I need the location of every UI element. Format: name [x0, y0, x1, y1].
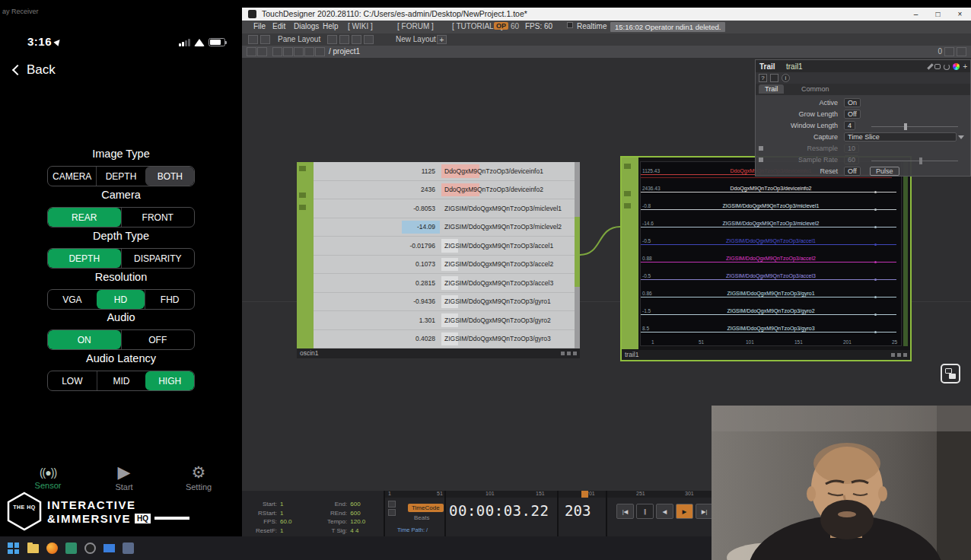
taskbar-app-icon[interactable]	[123, 542, 134, 554]
pause-button[interactable]: ∥	[636, 504, 654, 519]
table-row[interactable]: -0.9436 ZIGSIM/DdoQgxM9QnTzoOp3/gyro1	[314, 293, 580, 312]
option-rear[interactable]: REAR	[48, 208, 121, 227]
grow-length-toggle[interactable]: Off	[844, 110, 861, 119]
beats-mode-button[interactable]: Beats	[414, 514, 429, 521]
link-wiki[interactable]: [ WIKI ]	[348, 22, 373, 30]
node-name[interactable]: trail1	[625, 351, 638, 358]
pane-preset-button[interactable]	[339, 35, 349, 44]
pulse-button[interactable]: Pulse	[870, 167, 899, 176]
active-toggle[interactable]: On	[844, 98, 861, 107]
play-button[interactable]: ▶	[676, 504, 693, 519]
toolbar-icon-button[interactable]	[248, 35, 258, 44]
realtime-checkbox[interactable]	[567, 22, 573, 28]
option-off[interactable]: OFF	[121, 330, 195, 349]
toolbar-icon-button[interactable]	[272, 47, 282, 56]
chevron-down-icon[interactable]	[958, 135, 964, 139]
table-scrollbar[interactable]	[575, 162, 580, 348]
option-hd[interactable]: HD	[97, 290, 145, 309]
node-footer-icons[interactable]	[891, 353, 907, 357]
add-layout-button[interactable]: +	[437, 35, 447, 44]
option-fhd[interactable]: FHD	[145, 290, 194, 309]
pane-split-button[interactable]	[944, 47, 954, 56]
table-row[interactable]: 0.1073 ZIGSIM/DdoQgxM9QnTzoOp3/accel2	[314, 256, 580, 275]
obs-icon[interactable]	[84, 542, 96, 554]
table-row[interactable]: 2436 DdoQgxM9QnTzoOp3/deviceinfo2	[314, 181, 580, 200]
sensor-button[interactable]: ((●)) Sensor	[21, 466, 75, 490]
reset-toggle[interactable]: Off	[844, 167, 861, 176]
back-nav-button[interactable]	[247, 47, 256, 56]
oscin1-node[interactable]: 1125 DdoQgxM9QnTzoOp3/deviceinfo1 2436 D…	[297, 162, 580, 358]
table-row[interactable]: 0.4028 ZIGSIM/DdoQgxM9QnTzoOp3/gyro3	[314, 330, 580, 349]
link-forum[interactable]: [ FORUM ]	[397, 22, 434, 30]
option-low[interactable]: LOW	[48, 371, 97, 390]
slider-track[interactable]	[871, 126, 958, 127]
start-button[interactable]: ▶ Start	[97, 464, 151, 492]
play-reverse-button[interactable]: ◀	[656, 504, 673, 519]
toolbar-icon-button[interactable]	[315, 47, 325, 56]
ruler-zoom-buttons[interactable]	[388, 501, 396, 516]
scrollbar-thumb[interactable]	[575, 217, 580, 287]
realtime-label[interactable]: Realtime	[577, 22, 606, 30]
edit-icon[interactable]	[927, 63, 933, 69]
table-row[interactable]: -0.01796 ZIGSIM/DdoQgxM9QnTzoOp3/accel1	[314, 237, 580, 256]
firefox-icon[interactable]	[46, 542, 58, 554]
table-row[interactable]: -0.8053 ZIGSIM/DdoQgxM9QnTzoOp3/miclevel…	[314, 199, 580, 218]
slider-handle[interactable]	[904, 123, 907, 130]
display-app-icon[interactable]	[103, 544, 115, 552]
menu-edit[interactable]: Edit	[272, 22, 285, 30]
option-high[interactable]: HIGH	[145, 371, 194, 390]
trail1-node[interactable]: 1125.43 DdoQgxM9QnTzoOp3/deviceinfo1 243…	[620, 156, 912, 361]
timecode-mode-button[interactable]: TimeCode	[408, 504, 444, 512]
table-row[interactable]: -14.09 ZIGSIM/DdoQgxM9QnTzoOp3/miclevel2	[314, 218, 580, 237]
touchdesigner-taskbar-icon[interactable]	[65, 542, 77, 554]
toolbar-icon-button[interactable]	[294, 47, 304, 56]
node-connector-strip[interactable]	[297, 162, 314, 348]
op-badge[interactable]: OP	[494, 22, 508, 30]
option-mid[interactable]: MID	[97, 371, 146, 390]
field-value[interactable]: 600	[350, 501, 360, 508]
field-value[interactable]: 600	[350, 510, 360, 517]
node-footer-icons[interactable]	[561, 352, 577, 355]
table-row[interactable]: 1.301 ZIGSIM/DdoQgxM9QnTzoOp3/gyro2	[314, 311, 580, 330]
option-depth[interactable]: DEPTH	[96, 167, 145, 186]
tab-common[interactable]: Common	[795, 84, 836, 94]
minimize-button[interactable]: –	[905, 8, 927, 21]
field-value[interactable]: 1	[280, 501, 283, 508]
plus-icon[interactable]: +	[963, 63, 967, 70]
menu-file[interactable]: File	[253, 22, 266, 30]
node-name[interactable]: oscin1	[300, 349, 319, 357]
step-forward-button[interactable]: ▶|	[696, 504, 713, 519]
table-row[interactable]: 1125 DdoQgxM9QnTzoOp3/deviceinfo1	[314, 162, 580, 181]
option-disparity[interactable]: DISPARITY	[121, 249, 195, 268]
option-depth[interactable]: DEPTH	[48, 249, 121, 268]
info-icon[interactable]: i	[782, 74, 790, 82]
option-front[interactable]: FRONT	[121, 208, 195, 227]
option-camera[interactable]: CAMERA	[48, 167, 96, 186]
network-path-breadcrumb[interactable]: / project1	[329, 47, 360, 56]
option-on[interactable]: ON	[48, 330, 121, 349]
start-menu-icon[interactable]	[8, 542, 19, 554]
comment-icon[interactable]	[934, 64, 941, 69]
node-connector-strip[interactable]	[622, 158, 638, 349]
field-value[interactable]: 4 4	[350, 527, 358, 534]
menu-dialogs[interactable]: Dialogs	[294, 22, 319, 30]
setting-button[interactable]: ⚙ Setting	[172, 464, 225, 492]
pane-preset-button[interactable]	[327, 35, 337, 44]
tab-trail[interactable]: Trail	[759, 84, 784, 94]
pane-preset-button[interactable]	[352, 35, 361, 44]
field-value[interactable]: 60.0	[280, 518, 292, 525]
toolbar-icon-button[interactable]	[304, 47, 314, 56]
pane-preset-button[interactable]	[364, 35, 374, 44]
field-value[interactable]: 120.0	[350, 518, 365, 525]
field-value[interactable]: 1	[280, 510, 283, 517]
table-row[interactable]: 0.2815 ZIGSIM/DdoQgxM9QnTzoOp3/accel3	[314, 274, 580, 293]
field-value[interactable]: 1	[280, 527, 283, 534]
close-button[interactable]: ×	[949, 8, 971, 21]
help-icon[interactable]: ?	[759, 74, 767, 82]
parameter-dialog-header[interactable]: Trail trail1 +	[756, 60, 970, 72]
forward-nav-button[interactable]	[257, 47, 267, 56]
pane-split-button[interactable]	[957, 47, 966, 56]
menu-help[interactable]: Help	[323, 22, 339, 30]
operator-name-field[interactable]: trail1	[786, 62, 803, 71]
new-layout-label[interactable]: New Layout	[396, 35, 436, 43]
